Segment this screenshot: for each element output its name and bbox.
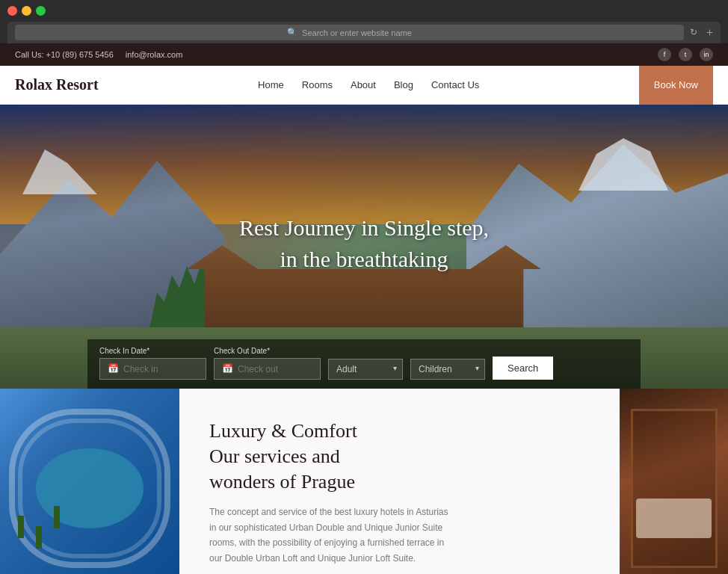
navbar: Rolax Resort Home Rooms About Blog Conta… <box>0 66 728 105</box>
hero-title: Rest Journey in Single step, in the brea… <box>239 212 489 275</box>
aerial-resort-image <box>0 389 179 574</box>
checkout-label: Check Out Date* <box>214 347 321 355</box>
nav-rooms[interactable]: Rooms <box>302 79 333 90</box>
children-select-wrap: Children 0 Children 1 Child 2 Children ▾ <box>410 359 485 380</box>
checkin-label: Check In Date* <box>99 347 206 355</box>
content-section: Luxury & Comfort Our services and wonder… <box>0 389 728 574</box>
book-now-button[interactable]: Book Now <box>639 66 713 105</box>
content-heading: Luxury & Comfort Our services and wonder… <box>209 419 597 494</box>
maximize-button[interactable] <box>36 6 46 16</box>
hero-title-line1: Rest Journey in Single step, <box>239 215 489 240</box>
palm-tree-3 <box>54 506 60 528</box>
heading-line3: wonders of Prague <box>209 471 355 493</box>
nav-blog[interactable]: Blog <box>394 79 413 90</box>
nav-about[interactable]: About <box>351 79 376 90</box>
close-button[interactable] <box>7 6 17 16</box>
calendar-icon: 📅 <box>108 363 119 374</box>
hero-title-line2: in the breathtaking <box>280 247 448 271</box>
hero-section: Rest Journey in Single step, in the brea… <box>0 105 728 389</box>
palm-tree-1 <box>18 516 24 538</box>
calendar-icon-2: 📅 <box>222 363 233 374</box>
refresh-icon[interactable]: ↻ <box>690 27 697 38</box>
pillow <box>636 499 712 538</box>
content-text: Luxury & Comfort Our services and wonder… <box>179 389 620 574</box>
traffic-lights <box>7 6 721 22</box>
search-bar: Check In Date* 📅 Check Out Date* 📅 Adult… <box>87 339 641 389</box>
heading-line2: Our services and <box>209 445 340 467</box>
nav-home[interactable]: Home <box>258 79 284 90</box>
checkout-input[interactable] <box>238 364 312 374</box>
contact-info: Call Us: +10 (89) 675 5456 info@rolax.co… <box>15 50 182 59</box>
children-select[interactable]: Children 0 Children 1 Child 2 Children <box>410 359 485 380</box>
heading-line1: Luxury & Comfort <box>209 420 357 442</box>
facebook-icon[interactable]: f <box>658 48 671 61</box>
linkedin-icon[interactable]: in <box>700 48 713 61</box>
adult-select-wrap: Adult 1 Adult 2 Adults ▾ <box>328 359 403 380</box>
palm-tree-2 <box>36 526 42 549</box>
nav-links: Home Rooms About Blog Contact Us <box>258 79 479 90</box>
interior-room-image <box>620 389 728 574</box>
search-icon: 🔍 <box>287 28 297 37</box>
new-tab-button[interactable]: + <box>706 26 713 40</box>
phone-number: Call Us: +10 (89) 675 5456 <box>15 50 114 59</box>
twitter-icon[interactable]: t <box>679 48 692 61</box>
checkin-input[interactable] <box>123 364 198 374</box>
window-frame <box>631 409 718 569</box>
minimize-button[interactable] <box>22 6 31 16</box>
url-bar[interactable]: 🔍 Search or enter website name <box>15 25 684 40</box>
checkout-input-wrap: 📅 <box>214 358 321 380</box>
content-description: The concept and service of the best luxu… <box>209 504 448 566</box>
hero-content: Rest Journey in Single step, in the brea… <box>239 212 489 275</box>
search-button[interactable]: Search <box>493 357 553 380</box>
checkin-input-wrap: 📅 <box>99 358 206 380</box>
email-address: info@rolax.com <box>126 50 183 59</box>
top-bar: Call Us: +10 (89) 675 5456 info@rolax.co… <box>0 43 728 66</box>
brand-logo[interactable]: Rolax Resort <box>15 76 99 93</box>
checkout-field: Check Out Date* 📅 <box>214 347 321 380</box>
adult-select[interactable]: Adult 1 Adult 2 Adults <box>328 359 403 380</box>
browser-chrome: 🔍 Search or enter website name ↻ + <box>0 0 728 43</box>
pool-shape <box>36 448 144 528</box>
website: Call Us: +10 (89) 675 5456 info@rolax.co… <box>0 43 728 574</box>
url-placeholder: Search or enter website name <box>302 28 412 37</box>
browser-toolbar: 🔍 Search or enter website name ↻ + <box>7 22 721 43</box>
checkin-field: Check In Date* 📅 <box>99 347 206 380</box>
social-links: f t in <box>658 48 713 61</box>
nav-contact[interactable]: Contact Us <box>431 79 479 90</box>
